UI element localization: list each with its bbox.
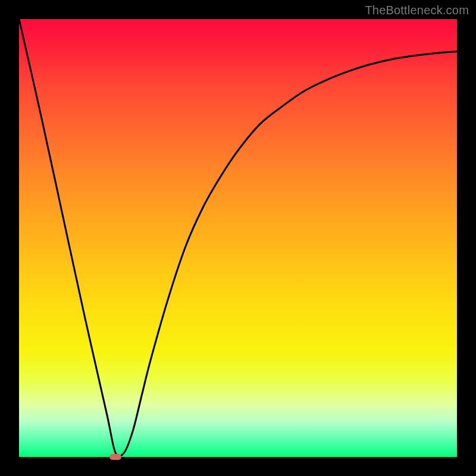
chart-plot-area	[19, 19, 457, 457]
chart-minimum-marker	[109, 454, 121, 460]
chart-frame: TheBottleneck.com	[0, 0, 476, 476]
watermark-text: TheBottleneck.com	[365, 4, 469, 17]
chart-curve-path	[19, 19, 457, 456]
chart-curve-svg	[19, 19, 457, 457]
